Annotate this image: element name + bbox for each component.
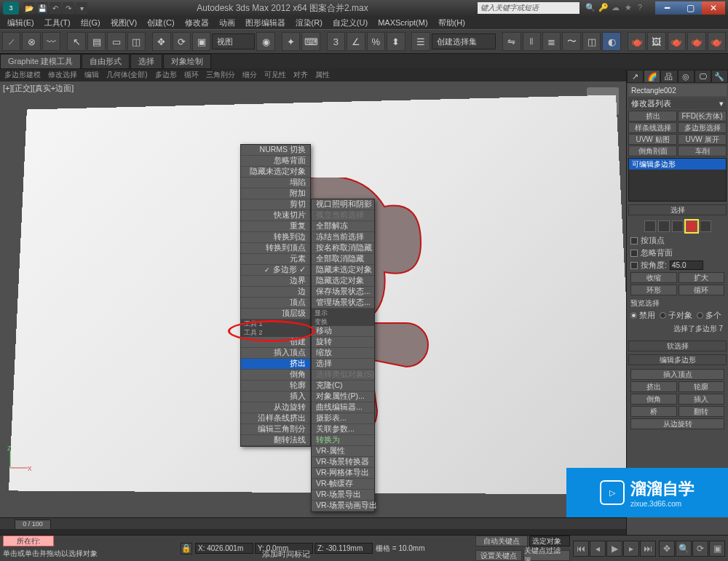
- goto-start-icon[interactable]: ⏮: [573, 541, 589, 557]
- manipulate-icon[interactable]: ✦: [282, 32, 300, 51]
- qr-vplighting[interactable]: 视口照明和阴影: [312, 199, 374, 210]
- qr-clone[interactable]: 克隆(C): [312, 381, 374, 391]
- btn-bridge[interactable]: 桥: [630, 406, 677, 417]
- ribbon-tab-freeform[interactable]: 自由形式: [82, 54, 130, 69]
- maximize-button[interactable]: ▢: [678, 1, 702, 15]
- radio-multi[interactable]: [697, 312, 703, 319]
- menu-view[interactable]: 视图(V): [106, 17, 142, 28]
- tab-util-icon[interactable]: 🔧: [711, 70, 728, 83]
- radio-subobj[interactable]: [660, 312, 666, 319]
- qb-ffd[interactable]: FFD(长方体): [678, 111, 727, 122]
- btn-extrude[interactable]: 挤出: [630, 381, 677, 392]
- help-search[interactable]: 键入关键字或短语: [478, 2, 579, 14]
- qm-hideunsel[interactable]: 隐藏未选定对象: [241, 167, 310, 178]
- btn-ring[interactable]: 环形: [630, 285, 677, 295]
- stack-item-editpoly[interactable]: 可编辑多边形: [629, 159, 726, 170]
- render-prod-icon[interactable]: 🫖: [668, 32, 686, 51]
- qm-attach[interactable]: 附加: [241, 188, 310, 199]
- qm-insertvert[interactable]: 插入顶点: [241, 348, 310, 359]
- schematic-icon[interactable]: ◫: [582, 32, 601, 51]
- orbit-icon[interactable]: ⟳: [692, 541, 708, 557]
- qr-vrexport[interactable]: VR-场景导出: [312, 490, 374, 501]
- bind-space-icon[interactable]: 〰: [42, 32, 60, 51]
- qr-unhidebyname[interactable]: 按名称取消隐藏: [312, 243, 374, 254]
- panel-properties[interactable]: 属性: [315, 70, 330, 80]
- key-icon[interactable]: 🔑: [598, 3, 609, 13]
- object-name-field[interactable]: Rectangle002: [628, 84, 727, 96]
- so-polygon-icon[interactable]: [686, 220, 697, 232]
- qm-flip[interactable]: 翻转法线: [241, 435, 310, 446]
- qr-selectsimilar[interactable]: 选择类似对象(S): [312, 370, 374, 381]
- qr-vrprops[interactable]: VR-属性: [312, 446, 374, 457]
- qm-border[interactable]: 边界: [241, 276, 310, 287]
- addtime-tag[interactable]: 添加时间标记: [262, 549, 349, 560]
- so-edge-icon[interactable]: [658, 220, 670, 232]
- chk-byvertex[interactable]: [630, 237, 638, 244]
- menu-edit[interactable]: 编辑(E): [3, 17, 39, 28]
- qr-managestate[interactable]: 管理场景状态...: [312, 298, 374, 309]
- spinner-snap-icon[interactable]: ⬍: [387, 32, 405, 51]
- rollout-editpoly-title[interactable]: 编辑多边形: [628, 354, 727, 365]
- qb-splinesel[interactable]: 样条线选择: [628, 122, 677, 133]
- chk-byangle[interactable]: [630, 262, 638, 269]
- qr-select[interactable]: 选择: [312, 359, 374, 370]
- qb-uvwunwrap[interactable]: UVW 展开: [678, 134, 727, 145]
- qb-polysel[interactable]: 多边形选择: [678, 122, 727, 133]
- qm-repeat[interactable]: 重复: [241, 221, 310, 232]
- qm-ignoreback[interactable]: 忽略背面: [241, 156, 310, 167]
- qr-unfreezeall[interactable]: 全部解冻: [312, 221, 374, 232]
- chk-ignoreback[interactable]: [630, 250, 638, 257]
- panel-polymodeling[interactable]: 多边形建模: [4, 70, 41, 80]
- menu-group[interactable]: 组(G): [76, 17, 105, 28]
- panel-edit[interactable]: 编辑: [84, 70, 99, 80]
- tab-motion-icon[interactable]: ◎: [678, 70, 695, 83]
- qr-move[interactable]: 移动: [312, 326, 374, 337]
- qr-scale[interactable]: 缩放: [312, 348, 374, 359]
- qm-nurms[interactable]: NURMS 切换: [241, 145, 310, 156]
- close-button[interactable]: ✕: [702, 1, 725, 15]
- percent-snap-icon[interactable]: %: [367, 32, 385, 51]
- qm-toplevel[interactable]: 顶层级: [241, 309, 310, 319]
- prev-frame-icon[interactable]: ◂: [590, 541, 606, 557]
- qm-edittri[interactable]: 编辑三角剖分: [241, 424, 310, 435]
- lock-icon[interactable]: 🔒: [181, 543, 192, 554]
- pivot-icon[interactable]: ◉: [256, 32, 274, 51]
- menu-rendering[interactable]: 渲染(R): [291, 17, 327, 28]
- curve-editor-icon[interactable]: 〜: [562, 32, 580, 51]
- window-cross-icon[interactable]: ◫: [127, 32, 146, 51]
- star-icon[interactable]: ★: [625, 3, 635, 13]
- edit-selset-icon[interactable]: ☰: [411, 32, 430, 51]
- panel-align[interactable]: 对齐: [293, 70, 308, 80]
- autokey-button[interactable]: 自动关键点: [475, 536, 528, 546]
- btn-inset[interactable]: 插入: [678, 394, 725, 405]
- select-icon[interactable]: ↖: [67, 32, 85, 51]
- btn-loop[interactable]: 循环: [678, 285, 725, 295]
- menu-grapheditors[interactable]: 图形编辑器: [241, 17, 290, 28]
- qr-unhideall[interactable]: 全部取消隐藏: [312, 254, 374, 265]
- modifier-stack[interactable]: 可编辑多边形: [628, 158, 727, 202]
- qm-extrude[interactable]: 挤出: [241, 359, 310, 370]
- qm-vertex[interactable]: 顶点: [241, 298, 310, 309]
- btn-flip[interactable]: 翻转: [678, 406, 725, 417]
- quad-menu-left[interactable]: NURMS 切换 忽略背面 隐藏未选定对象 塌陷 附加 剪切 快速切片 重复 转…: [240, 144, 311, 447]
- tab-display-icon[interactable]: 🖵: [695, 70, 711, 83]
- minimize-button[interactable]: ━: [655, 1, 678, 15]
- so-vertex-icon[interactable]: [644, 220, 656, 232]
- qm-collapse[interactable]: 塌陷: [241, 178, 310, 188]
- drop-icon[interactable]: ▾: [76, 2, 87, 14]
- qr-vranimexp[interactable]: VR-场景动画导出: [312, 501, 374, 512]
- menu-modifiers[interactable]: 修改器: [181, 17, 213, 28]
- redo-icon[interactable]: ↷: [63, 2, 74, 14]
- mirror-icon[interactable]: ⇋: [502, 32, 521, 51]
- btn-shrink[interactable]: 收缩: [630, 272, 677, 283]
- panel-polygons[interactable]: 多边形: [155, 70, 177, 80]
- rotate-icon[interactable]: ⟳: [173, 32, 191, 51]
- btn-bevel[interactable]: 倒角: [630, 394, 677, 405]
- quad-menu-right[interactable]: 视口照明和阴影 孤立当前选择 全部解冻 冻结当前选择 按名称取消隐藏 全部取消隐…: [311, 199, 375, 512]
- qb-uvwmap[interactable]: UVW 贴图: [628, 134, 677, 145]
- menu-help[interactable]: 帮助(H): [434, 17, 470, 28]
- qr-vrfb[interactable]: VR-帧缓存: [312, 479, 374, 490]
- next-frame-icon[interactable]: ▸: [623, 541, 639, 557]
- qm-edge[interactable]: 边: [241, 287, 310, 298]
- ref-coord-dropdown[interactable]: 视图: [212, 33, 255, 49]
